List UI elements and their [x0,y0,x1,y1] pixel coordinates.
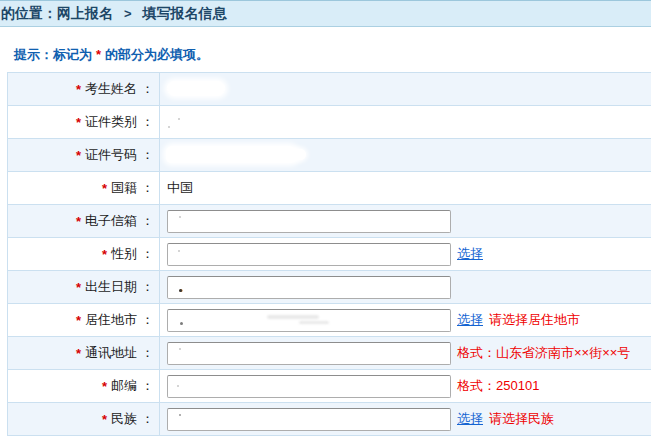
mailing-address-value: 格式：山东省济南市××街××号 [160,337,651,369]
nationality-value: 中国 [160,172,651,204]
label-colon: ： [141,278,154,296]
gender-select-link[interactable]: 选择 [457,245,483,263]
label-colon: ： [141,311,154,329]
table-row-id-type: *证件类别： [8,106,651,139]
required-mark: * [102,181,107,196]
postal-code-label: *邮编： [8,370,160,402]
label-text: 考生姓名 [85,80,137,98]
breadcrumb-separator: > [124,6,132,21]
table-row-nationality: *国籍： 中国 [8,172,651,205]
required-mark: * [76,346,81,361]
residence-city-hint: 请选择居住地市 [489,311,580,329]
redaction-speck [179,414,181,416]
label-text: 性别 [111,245,137,263]
table-row-gender: *性别： 选择 [8,238,651,271]
label-text: 电子信箱 [85,212,137,230]
required-mark: * [102,247,107,262]
redaction-speck [177,385,179,387]
id-number-label: *证件号码： [8,139,160,171]
mailing-address-label: *通讯地址： [8,337,160,369]
label-colon: ： [141,245,154,263]
table-row-id-number: *证件号码： [8,139,651,172]
redaction-speck [179,289,182,292]
email-label: *电子信箱： [8,205,160,237]
table-row-candidate-name: *考生姓名： [8,73,651,106]
required-mark: * [102,379,107,394]
nationality-text: 中国 [167,179,193,197]
ethnicity-value: 选择 请选择民族 [160,403,651,435]
breadcrumb-location-label: 的位置： [1,5,57,23]
redaction-smudge [299,321,329,324]
gender-value: 选择 [160,238,651,270]
required-mark: * [76,148,81,163]
nationality-label: *国籍： [8,172,160,204]
redaction-speck [179,216,181,218]
email-field[interactable] [167,210,451,233]
label-colon: ： [141,377,154,395]
label-text: 出生日期 [85,278,137,296]
gender-label: *性别： [8,238,160,270]
redaction-speck [178,118,180,120]
birthdate-value [160,271,651,303]
label-text: 邮编 [111,377,137,395]
label-text: 通讯地址 [85,344,137,362]
mailing-address-field[interactable] [167,342,451,365]
required-mark: * [76,313,81,328]
label-text: 居住地市 [85,311,137,329]
table-row-residence-city: *居住地市： 选择 请选择居住地市 [8,304,651,337]
table-row-postal-code: *邮编： 格式：250101 [8,370,651,403]
ethnicity-select-link[interactable]: 选择 [457,410,483,428]
label-colon: ： [141,344,154,362]
required-mark: * [76,214,81,229]
redaction-speck [178,250,180,252]
redaction-speck [179,348,181,350]
mailing-address-hint: 格式：山东省济南市××街××号 [457,344,630,362]
id-type-label: *证件类别： [8,106,160,138]
residence-city-select-link[interactable]: 选择 [457,311,483,329]
breadcrumb-item-online-registration[interactable]: 网上报名 [57,5,113,23]
notice-prefix: 提示：标记为 [14,47,92,62]
ethnicity-field[interactable] [167,408,451,431]
breadcrumb-bar: 的位置： 网上报名 > 填写报名信息 [0,0,651,27]
redaction-blur [166,146,298,163]
birthdate-field[interactable] [167,276,451,299]
table-row-birthdate: *出生日期： [8,271,651,304]
registration-form-table: *考生姓名： *证件类别： *证件号码： *国籍： 中国 [7,72,651,436]
required-mark: * [76,82,81,97]
gender-field[interactable] [167,243,451,266]
required-fields-notice: 提示：标记为*的部分为必填项。 [14,46,209,64]
residence-city-label: *居住地市： [8,304,160,336]
table-row-ethnicity: *民族： 选择 请选择民族 [8,403,651,436]
label-text: 证件号码 [85,146,137,164]
redaction-smudge [267,315,319,319]
label-text: 证件类别 [85,113,137,131]
label-colon: ： [141,113,154,131]
label-text: 国籍 [111,179,137,197]
candidate-name-value [160,73,651,105]
id-number-value [160,139,651,171]
id-type-value [160,106,651,138]
redaction-blur [167,81,225,96]
label-colon: ： [141,212,154,230]
notice-asterisk: * [96,47,101,62]
redaction-speck [180,322,183,325]
birthdate-label: *出生日期： [8,271,160,303]
notice-suffix: 的部分为必填项。 [105,47,209,62]
label-colon: ： [141,410,154,428]
postal-code-field[interactable] [167,375,451,398]
label-colon: ： [141,179,154,197]
label-colon: ： [141,80,154,98]
table-row-email: *电子信箱： [8,205,651,238]
email-value [160,205,651,237]
breadcrumb: 的位置： 网上报名 > 填写报名信息 [1,5,227,23]
postal-code-value: 格式：250101 [160,370,651,402]
table-row-mailing-address: *通讯地址： 格式：山东省济南市××街××号 [8,337,651,370]
redaction-speck [168,126,170,128]
required-mark: * [76,115,81,130]
required-mark: * [76,280,81,295]
required-mark: * [102,412,107,427]
residence-city-value: 选择 请选择居住地市 [160,304,651,336]
postal-code-hint: 格式：250101 [457,377,539,395]
label-colon: ： [141,146,154,164]
breadcrumb-item-fill-info: 填写报名信息 [143,5,227,23]
